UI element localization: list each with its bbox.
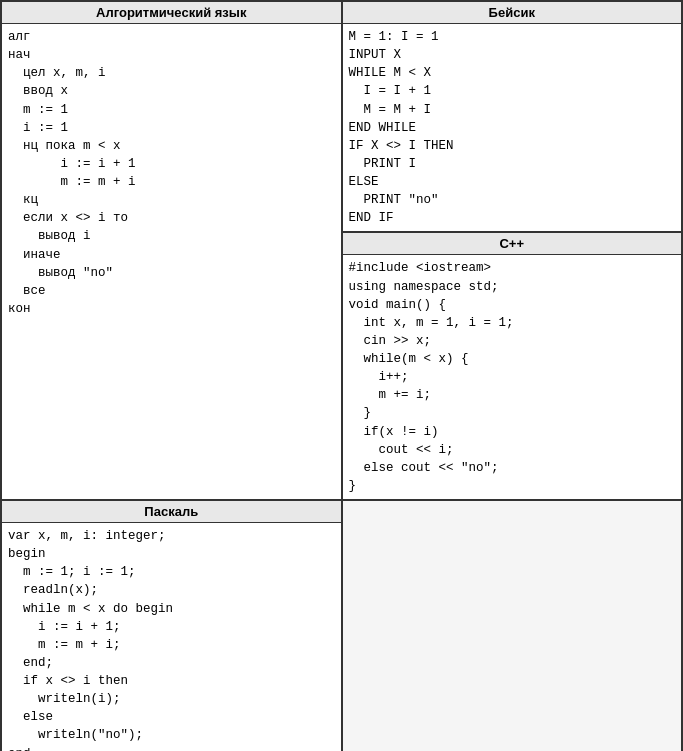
main-grid: Алгоритмический язык алг нач цел x, m, i…	[0, 0, 683, 751]
cpp-header: C++	[343, 233, 682, 255]
cpp-content: #include <iostream> using namespace std;…	[343, 255, 682, 499]
algo-header: Алгоритмический язык	[2, 2, 341, 24]
algo-content: алг нач цел x, m, i ввод x m := 1 i := 1…	[2, 24, 341, 322]
cpp-cell: C++ #include <iostream> using namespace …	[342, 232, 683, 500]
pascal-cell: Паскаль var x, m, i: integer; begin m :=…	[1, 500, 342, 751]
basic-cell: Бейсик M = 1: I = 1 INPUT X WHILE M < X …	[342, 1, 683, 232]
basic-header: Бейсик	[343, 2, 682, 24]
basic-content: M = 1: I = 1 INPUT X WHILE M < X I = I +…	[343, 24, 682, 231]
pascal-header: Паскаль	[2, 501, 341, 523]
pascal-content: var x, m, i: integer; begin m := 1; i :=…	[2, 523, 341, 751]
algo-cell: Алгоритмический язык алг нач цел x, m, i…	[1, 1, 342, 500]
bottom-right-empty	[342, 500, 683, 751]
